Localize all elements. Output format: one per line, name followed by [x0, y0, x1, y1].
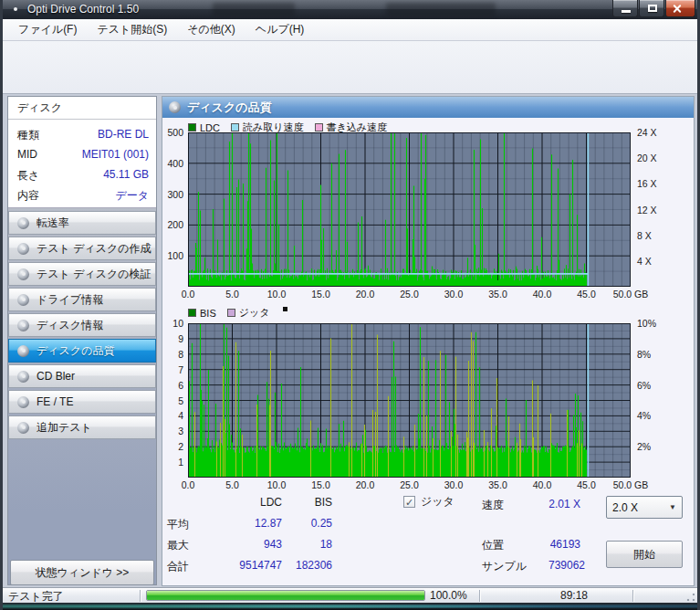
axis-tick-label: 50.0 GB [613, 289, 649, 300]
axis-tick-label: 10 [172, 318, 183, 329]
chart-block-top: 500400300200100 24 X20 X16 X12 X8 X4 X 0… [188, 132, 631, 287]
disc-icon [17, 217, 29, 229]
axis-tick-label: 5 [178, 395, 183, 406]
legend-swatch [231, 123, 239, 131]
disc-section-header: ディスク [8, 97, 156, 120]
axis-tick-label: 15.0 [311, 479, 329, 490]
quality-chart-bottom [188, 323, 631, 478]
sidebar-item-drive-info[interactable]: ドライブ情報 [8, 288, 156, 311]
axis-tick-label: 20 X [637, 152, 657, 163]
sample-value: 739062 [518, 559, 585, 572]
menu-start-test[interactable]: テスト開始(S) [89, 19, 175, 40]
axis-tick-label: 500 [167, 127, 183, 138]
statusbar-separator [140, 590, 141, 602]
axis-tick-label: 2 [178, 441, 183, 452]
disc-mid-value: MEIT01 (001) [82, 148, 149, 161]
axis-tick-label: 40.0 [533, 289, 551, 300]
axis-tick-label: 9 [178, 333, 183, 344]
disc-content-value: データ [115, 188, 149, 204]
sidebar-item-label: テスト ディスクの作成 [37, 241, 151, 257]
sidebar-item-label: テスト ディスクの検証 [37, 267, 151, 282]
disc-info-row: 内容 データ [8, 185, 156, 205]
axis-tick-label: 4 [178, 410, 183, 421]
legend-swatch [315, 123, 323, 131]
progress-bar [146, 590, 425, 601]
sidebar-item-disc-info[interactable]: ディスク情報 [8, 313, 156, 337]
menu-other[interactable]: その他(X) [179, 19, 244, 40]
disc-icon [17, 396, 29, 408]
window-title: Opti Drive Control 1.50 [27, 3, 139, 16]
disc-info-panel: 種類 BD-RE DL MID MEIT01 (001) 長さ 45.11 GB… [8, 120, 156, 208]
disc-mid-label: MID [17, 148, 37, 161]
menu-help[interactable]: ヘルプ(H) [247, 19, 313, 40]
legend-label: BIS [200, 308, 216, 319]
disc-length-label: 長さ [17, 168, 39, 184]
axis-tick-label: 45.0 [577, 479, 595, 490]
disc-icon [17, 422, 29, 434]
chart-block-bottom: 10987654321 10%8%6%4%2% 0.05.010.015.020… [188, 323, 631, 478]
resize-grip[interactable] [686, 593, 695, 602]
maximize-button[interactable] [639, 0, 664, 17]
axis-tick-label: 24 X [637, 127, 657, 138]
chevron-down-icon: ▼ [669, 503, 676, 511]
sidebar-item-cd-bler[interactable]: CD Bler [8, 364, 156, 388]
sidebar-item-extra-tests[interactable]: 追加テスト [8, 415, 156, 439]
test-speed-value: 2.0 X [612, 501, 638, 514]
maximize-icon [648, 5, 657, 12]
sidebar-item-create-test-disc[interactable]: テスト ディスクの作成 [8, 237, 156, 260]
axis-tick-label: 10.0 [267, 479, 286, 490]
disc-icon [17, 243, 29, 255]
speed-readout-label: 速度 [482, 498, 504, 513]
window-bottom-edge [3, 603, 697, 610]
legend-label: ジッタ [239, 306, 270, 320]
menu-bar: ファイル(F) テスト開始(S) その他(X) ヘルプ(H) [3, 19, 697, 41]
minimize-button[interactable] [612, 0, 638, 17]
position-value: 46193 [518, 538, 580, 551]
sidebar-item-transfer-rate[interactable]: 転送率 [8, 211, 156, 235]
axis-tick-label: 8 X [637, 230, 652, 241]
disc-type-label: 種類 [17, 128, 39, 143]
disc-content-label: 内容 [17, 188, 39, 204]
disc-type-value: BD-RE DL [98, 128, 149, 141]
stats-max-bis: 18 [286, 538, 332, 551]
menu-file[interactable]: ファイル(F) [10, 19, 85, 40]
y-axis-left: 10987654321 [160, 323, 185, 478]
axis-tick-label: 4% [637, 410, 651, 421]
disc-icon [17, 345, 29, 357]
sidebar-item-label: 追加テスト [37, 420, 92, 436]
sidebar-item-fe-te[interactable]: FE / TE [8, 390, 156, 414]
test-speed-select[interactable]: 2.0 X ▼ [606, 496, 683, 519]
title-bar[interactable]: Opti Drive Control 1.50 [3, 0, 697, 19]
sidebar-item-label: FE / TE [37, 395, 73, 408]
axis-tick-label: 200 [167, 219, 183, 230]
sidebar-item-label: ディスク情報 [37, 318, 103, 333]
axis-tick-label: 3 [178, 426, 183, 436]
stats-total-label: 合計 [167, 559, 189, 574]
legend-swatch [188, 309, 196, 317]
axis-tick-label: 8% [637, 349, 651, 360]
status-bar: テスト完了 100.0% 89:18 [3, 587, 697, 603]
stats-avg-ldc: 12.87 [199, 517, 282, 530]
checkbox-check-icon: ✓ [403, 496, 415, 508]
disc-icon [169, 101, 181, 113]
stats-total-bis: 182306 [286, 559, 332, 572]
disc-icon [17, 294, 29, 306]
app-window: Opti Drive Control 1.50 ファイル(F) テスト開始(S)… [0, 0, 700, 610]
status-window-button[interactable]: 状態ウィンドウ >> [10, 560, 154, 585]
start-button[interactable]: 開始 [606, 541, 683, 568]
glass-reflection [386, 3, 496, 16]
axis-tick-label: 15.0 [311, 289, 329, 300]
minimize-icon [622, 10, 631, 13]
axis-tick-label: 100 [167, 250, 183, 261]
axis-tick-label: 300 [167, 189, 183, 200]
close-button[interactable] [665, 0, 695, 17]
sidebar-item-label: CD Bler [37, 370, 75, 383]
disc-info-row: 長さ 45.11 GB [8, 165, 156, 185]
axis-tick-label: 0.0 [182, 479, 195, 490]
axis-tick-label: 45.0 [577, 289, 595, 300]
jitter-checkbox[interactable]: ✓ ジッタ [403, 494, 454, 510]
stats-col-bis: BIS [286, 496, 332, 509]
axis-tick-label: 6% [637, 380, 651, 391]
sidebar-item-disc-quality[interactable]: ディスクの品質 [8, 339, 156, 363]
sidebar-item-verify-test-disc[interactable]: テスト ディスクの検証 [8, 262, 156, 286]
